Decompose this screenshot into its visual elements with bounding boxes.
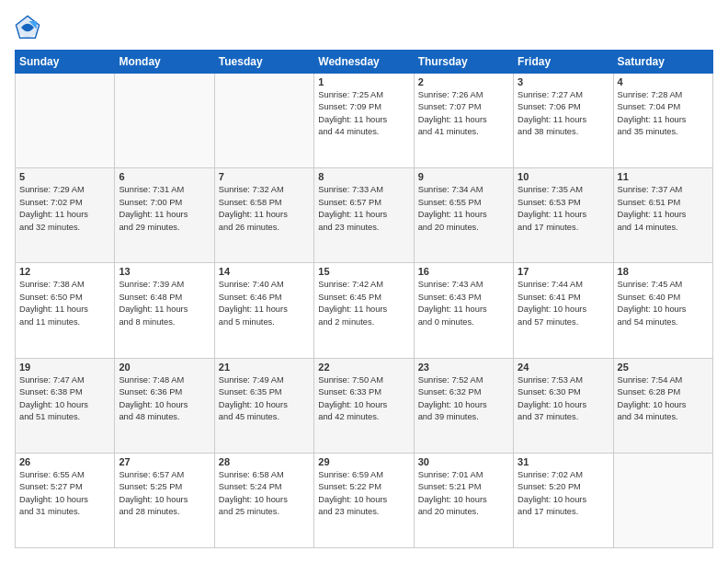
- day-number: 23: [418, 362, 509, 373]
- day-info: Sunrise: 7:25 AM Sunset: 7:09 PM Dayligh…: [318, 89, 409, 139]
- day-number: 21: [219, 362, 310, 373]
- calendar-cell: 22Sunrise: 7:50 AM Sunset: 6:33 PM Dayli…: [314, 358, 414, 453]
- calendar-cell: 11Sunrise: 7:37 AM Sunset: 6:51 PM Dayli…: [613, 168, 712, 263]
- day-number: 17: [518, 266, 609, 277]
- calendar-header-row: SundayMondayTuesdayWednesdayThursdayFrid…: [16, 51, 713, 74]
- day-info: Sunrise: 7:02 AM Sunset: 5:20 PM Dayligh…: [518, 469, 609, 519]
- day-info: Sunrise: 7:28 AM Sunset: 7:04 PM Dayligh…: [618, 89, 709, 139]
- day-number: 5: [19, 171, 110, 182]
- day-info: Sunrise: 7:38 AM Sunset: 6:50 PM Dayligh…: [19, 279, 110, 328]
- day-number: 14: [219, 266, 310, 277]
- day-number: 22: [318, 362, 409, 373]
- logo: [15, 15, 44, 40]
- calendar-cell: [214, 74, 313, 168]
- day-number: 27: [119, 456, 210, 467]
- day-number: 20: [119, 362, 210, 373]
- calendar-week-row: 5Sunrise: 7:29 AM Sunset: 7:02 PM Daylig…: [16, 168, 713, 263]
- day-info: Sunrise: 7:43 AM Sunset: 6:43 PM Dayligh…: [418, 279, 509, 328]
- calendar-week-row: 26Sunrise: 6:55 AM Sunset: 5:27 PM Dayli…: [16, 453, 713, 547]
- day-info: Sunrise: 7:54 AM Sunset: 6:28 PM Dayligh…: [618, 374, 709, 424]
- calendar-cell: 23Sunrise: 7:52 AM Sunset: 6:32 PM Dayli…: [414, 358, 513, 453]
- day-number: 31: [518, 456, 609, 467]
- calendar-day-header: Sunday: [16, 51, 115, 74]
- day-info: Sunrise: 7:31 AM Sunset: 7:00 PM Dayligh…: [119, 184, 210, 234]
- day-info: Sunrise: 7:52 AM Sunset: 6:32 PM Dayligh…: [418, 374, 509, 424]
- day-info: Sunrise: 7:32 AM Sunset: 6:58 PM Dayligh…: [219, 184, 310, 234]
- day-number: 24: [518, 362, 609, 373]
- day-info: Sunrise: 6:59 AM Sunset: 5:22 PM Dayligh…: [318, 469, 409, 519]
- calendar-cell: 16Sunrise: 7:43 AM Sunset: 6:43 PM Dayli…: [414, 263, 513, 358]
- day-info: Sunrise: 7:29 AM Sunset: 7:02 PM Dayligh…: [19, 184, 110, 234]
- calendar-cell: 7Sunrise: 7:32 AM Sunset: 6:58 PM Daylig…: [214, 168, 313, 263]
- day-number: 25: [618, 362, 709, 373]
- day-number: 18: [618, 266, 709, 277]
- day-number: 16: [418, 266, 509, 277]
- calendar-cell: 6Sunrise: 7:31 AM Sunset: 7:00 PM Daylig…: [115, 168, 214, 263]
- day-number: 4: [618, 76, 709, 87]
- day-info: Sunrise: 7:53 AM Sunset: 6:30 PM Dayligh…: [518, 374, 609, 424]
- day-number: 11: [618, 171, 709, 182]
- calendar-cell: 9Sunrise: 7:34 AM Sunset: 6:55 PM Daylig…: [414, 168, 513, 263]
- day-info: Sunrise: 7:42 AM Sunset: 6:45 PM Dayligh…: [318, 279, 409, 328]
- calendar-day-header: Thursday: [414, 51, 513, 74]
- day-info: Sunrise: 7:33 AM Sunset: 6:57 PM Dayligh…: [318, 184, 409, 234]
- calendar-cell: 30Sunrise: 7:01 AM Sunset: 5:21 PM Dayli…: [414, 453, 513, 547]
- day-info: Sunrise: 7:35 AM Sunset: 6:53 PM Dayligh…: [518, 184, 609, 234]
- day-number: 6: [119, 171, 210, 182]
- calendar-cell: 14Sunrise: 7:40 AM Sunset: 6:46 PM Dayli…: [214, 263, 313, 358]
- day-number: 28: [219, 456, 310, 467]
- day-info: Sunrise: 7:26 AM Sunset: 7:07 PM Dayligh…: [418, 89, 509, 139]
- calendar-cell: 8Sunrise: 7:33 AM Sunset: 6:57 PM Daylig…: [314, 168, 414, 263]
- day-number: 30: [418, 456, 509, 467]
- calendar-day-header: Friday: [514, 51, 613, 74]
- day-info: Sunrise: 7:27 AM Sunset: 7:06 PM Dayligh…: [518, 89, 609, 139]
- calendar-week-row: 12Sunrise: 7:38 AM Sunset: 6:50 PM Dayli…: [16, 263, 713, 358]
- calendar-table: SundayMondayTuesdayWednesdayThursdayFrid…: [15, 50, 713, 548]
- header: [15, 15, 713, 40]
- calendar-cell: 20Sunrise: 7:48 AM Sunset: 6:36 PM Dayli…: [115, 358, 214, 453]
- day-info: Sunrise: 7:37 AM Sunset: 6:51 PM Dayligh…: [618, 184, 709, 234]
- calendar-day-header: Tuesday: [214, 51, 313, 74]
- day-number: 9: [418, 171, 509, 182]
- calendar-cell: 19Sunrise: 7:47 AM Sunset: 6:38 PM Dayli…: [16, 358, 115, 453]
- calendar-cell: [115, 74, 214, 168]
- day-info: Sunrise: 7:34 AM Sunset: 6:55 PM Dayligh…: [418, 184, 509, 234]
- day-info: Sunrise: 7:44 AM Sunset: 6:41 PM Dayligh…: [518, 279, 609, 328]
- calendar-cell: 10Sunrise: 7:35 AM Sunset: 6:53 PM Dayli…: [514, 168, 613, 263]
- calendar-cell: 1Sunrise: 7:25 AM Sunset: 7:09 PM Daylig…: [314, 74, 414, 168]
- calendar-cell: 2Sunrise: 7:26 AM Sunset: 7:07 PM Daylig…: [414, 74, 513, 168]
- day-number: 12: [19, 266, 110, 277]
- calendar-day-header: Monday: [115, 51, 214, 74]
- day-info: Sunrise: 6:57 AM Sunset: 5:25 PM Dayligh…: [119, 469, 210, 519]
- logo-icon: [15, 15, 40, 40]
- day-number: 15: [318, 266, 409, 277]
- day-info: Sunrise: 7:01 AM Sunset: 5:21 PM Dayligh…: [418, 469, 509, 519]
- calendar-cell: 27Sunrise: 6:57 AM Sunset: 5:25 PM Dayli…: [115, 453, 214, 547]
- day-info: Sunrise: 6:58 AM Sunset: 5:24 PM Dayligh…: [219, 469, 310, 519]
- calendar-cell: 13Sunrise: 7:39 AM Sunset: 6:48 PM Dayli…: [115, 263, 214, 358]
- calendar-cell: 21Sunrise: 7:49 AM Sunset: 6:35 PM Dayli…: [214, 358, 313, 453]
- day-info: Sunrise: 7:50 AM Sunset: 6:33 PM Dayligh…: [318, 374, 409, 424]
- calendar-cell: 29Sunrise: 6:59 AM Sunset: 5:22 PM Dayli…: [314, 453, 414, 547]
- calendar-day-header: Wednesday: [314, 51, 414, 74]
- calendar-cell: 18Sunrise: 7:45 AM Sunset: 6:40 PM Dayli…: [613, 263, 712, 358]
- day-number: 10: [518, 171, 609, 182]
- day-info: Sunrise: 7:39 AM Sunset: 6:48 PM Dayligh…: [119, 279, 210, 328]
- calendar-cell: 26Sunrise: 6:55 AM Sunset: 5:27 PM Dayli…: [16, 453, 115, 547]
- calendar-week-row: 19Sunrise: 7:47 AM Sunset: 6:38 PM Dayli…: [16, 358, 713, 453]
- calendar-cell: [16, 74, 115, 168]
- day-number: 19: [19, 362, 110, 373]
- calendar-week-row: 1Sunrise: 7:25 AM Sunset: 7:09 PM Daylig…: [16, 74, 713, 168]
- calendar-day-header: Saturday: [613, 51, 712, 74]
- calendar-cell: 17Sunrise: 7:44 AM Sunset: 6:41 PM Dayli…: [514, 263, 613, 358]
- day-info: Sunrise: 7:40 AM Sunset: 6:46 PM Dayligh…: [219, 279, 310, 328]
- calendar-cell: [613, 453, 712, 547]
- day-number: 2: [418, 76, 509, 87]
- day-info: Sunrise: 7:45 AM Sunset: 6:40 PM Dayligh…: [618, 279, 709, 328]
- calendar-cell: 12Sunrise: 7:38 AM Sunset: 6:50 PM Dayli…: [16, 263, 115, 358]
- calendar-cell: 24Sunrise: 7:53 AM Sunset: 6:30 PM Dayli…: [514, 358, 613, 453]
- calendar-cell: 31Sunrise: 7:02 AM Sunset: 5:20 PM Dayli…: [514, 453, 613, 547]
- calendar-cell: 4Sunrise: 7:28 AM Sunset: 7:04 PM Daylig…: [613, 74, 712, 168]
- page: SundayMondayTuesdayWednesdayThursdayFrid…: [0, 0, 728, 563]
- day-info: Sunrise: 6:55 AM Sunset: 5:27 PM Dayligh…: [19, 469, 110, 519]
